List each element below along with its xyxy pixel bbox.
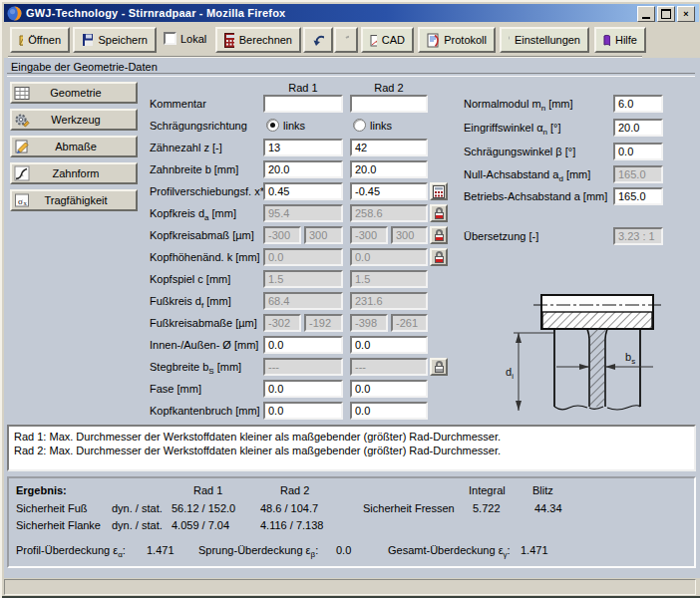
kopfkreisabmass-rad2-min-input [350, 226, 388, 244]
cad-button[interactable]: CAD [361, 27, 414, 53]
book-icon [603, 34, 610, 47]
minimize-button[interactable] [637, 6, 655, 22]
sidebar-item-zahnform[interactable]: Zahnform [10, 162, 138, 184]
kopfkantenbruch-label: Kopfkantenbruch [mm] [150, 405, 260, 417]
null-achsabstand-input [613, 165, 663, 183]
uebersetzung-input [613, 227, 663, 245]
profilverschiebung-rad2-input[interactable] [350, 182, 428, 200]
kopfspiel-rad2-input [350, 270, 428, 288]
kopfhoehenaenderung-lock-button[interactable] [430, 248, 448, 266]
di-dimension-label: di [506, 366, 514, 381]
drawing-board-icon [370, 33, 377, 47]
profilverschiebung-rad1-input[interactable] [263, 182, 343, 200]
results-title: Ergebnis: [16, 484, 67, 496]
profilverschiebung-label: Profilverschiebungsf. x* [-] [150, 185, 277, 197]
sidebar-item-abmasse[interactable]: Abmaße [10, 136, 138, 157]
maximize-button[interactable] [657, 6, 675, 22]
safety-root-label: Sicherheit Fuß [16, 502, 88, 514]
gear-cross-section-diagram: di bs [500, 283, 665, 423]
kopfkreisabmass-lock-button[interactable] [430, 226, 448, 244]
local-checkbox[interactable] [164, 32, 176, 45]
warning-message-box: Rad 1: Max. Durchmesser der Werkstoffdat… [7, 425, 696, 471]
sidebar-item-tragfaehigkeit[interactable]: σ x Tragfähigkeit [10, 189, 138, 211]
safety-flank-rad2-value: 4.116 / 7.138 [260, 519, 323, 531]
safety-flank-rad1-value: 4.059 / 7.04 [172, 519, 229, 531]
stegbreite-rad2-input [350, 358, 428, 376]
calculator-icon [224, 33, 234, 48]
redo-arrow-icon [343, 34, 349, 47]
total-overlap-label: Gesamt-Überdeckung εγ: [388, 544, 511, 559]
tooth-profile-icon [13, 165, 30, 181]
null-achsabstand-label: Null-Achsabstand ad [mm] [464, 168, 590, 183]
zaehnezahl-rad1-input[interactable] [263, 139, 343, 156]
kommentar-rad2-input[interactable] [350, 95, 428, 113]
locked-padlock-icon [433, 251, 446, 264]
locked-padlock-icon [433, 229, 446, 242]
kopfkreisabmass-rad1-min-input [263, 226, 301, 244]
kopfkreis-rad1-input [263, 204, 343, 222]
kopfkantenbruch-rad2-input[interactable] [350, 402, 428, 420]
window-title: GWJ-Technology - Stirnradpaar - Mozilla … [26, 7, 285, 19]
open-button[interactable]: Öffnen [10, 27, 70, 53]
zahnbreite-rad1-input[interactable] [263, 160, 343, 178]
fusskreisabmasse-rad1-max-input [304, 314, 343, 332]
kopfkreis-lock-button[interactable] [430, 204, 448, 222]
betriebs-achsabstand-label: Betriebs-Achsabstand a [mm] [464, 190, 607, 202]
safety-root-rad1-value: 56.12 / 152.0 [172, 502, 235, 514]
sidebar-item-geometrie[interactable]: Geometrie [10, 82, 138, 104]
tools-icon [509, 33, 510, 48]
results-col-blitz: Blitz [532, 484, 553, 496]
fusskreisabmasse-rad2-min-input [350, 314, 388, 332]
kommentar-rad1-input[interactable] [263, 95, 343, 113]
kopfspiel-rad1-input [263, 270, 343, 288]
undo-button[interactable] [303, 27, 333, 53]
stegbreite-lock-button[interactable] [430, 358, 448, 376]
schraegungswinkel-input[interactable] [613, 143, 663, 160]
header-divider [7, 73, 695, 77]
kopfhoehenaenderung-rad1-input [263, 248, 343, 266]
kopfhoehenaenderung-rad2-input [350, 248, 428, 266]
fusskreisabmasse-label: Fußkreisabmaße [µm] [150, 317, 257, 329]
settings-button[interactable]: Einstellungen [500, 27, 589, 53]
kopfspiel-label: Kopfspiel c [mm] [150, 273, 230, 285]
help-button[interactable]: Hilfe [594, 27, 646, 53]
profilverschiebung-calc-button[interactable] [430, 182, 448, 200]
jump-overlap-label: Sprung-Überdeckung εβ: [198, 544, 318, 559]
calculate-button[interactable]: Berechnen [215, 27, 301, 53]
schraegungsrichtung-rad1-option[interactable]: links [266, 119, 305, 132]
fusskreisabmasse-rad2-max-input [391, 314, 428, 332]
save-button[interactable]: Speichern [73, 27, 157, 53]
fase-label: Fase [mm] [150, 383, 201, 395]
main-content: Eingabe der Geometrie-Daten Geometrie We… [4, 58, 700, 578]
locked-padlock-icon [433, 207, 446, 220]
uebersetzung-label: Übersetzung [-] [464, 230, 538, 242]
page-title: Eingabe der Geometrie-Daten [11, 61, 158, 73]
safety-scuffing-blitz-value: 44.34 [534, 502, 562, 514]
schraegungsrichtung-rad2-option[interactable]: links [353, 119, 392, 132]
safety-scuffing-integral-value: 5.722 [473, 502, 501, 514]
svg-text:σ: σ [18, 196, 23, 206]
normalmodul-input[interactable] [613, 95, 663, 113]
innen-aussen-rad2-input[interactable] [350, 336, 428, 354]
eingriffswinkel-input[interactable] [613, 119, 663, 137]
sidebar-item-werkzeug[interactable]: Werkzeug [10, 109, 138, 131]
safety-flank-mode: dyn. / stat. [112, 519, 163, 531]
calculator-icon [433, 185, 445, 198]
safety-root-rad2-value: 48.6 / 104.7 [260, 502, 318, 514]
redo-button[interactable] [334, 27, 358, 53]
innen-aussen-rad1-input[interactable] [263, 336, 343, 354]
title-bar: GWJ-Technology - Stirnradpaar - Mozilla … [4, 4, 699, 22]
kopfkantenbruch-rad1-input[interactable] [263, 402, 343, 420]
protocol-button[interactable]: Protokoll [418, 27, 496, 53]
fusskreis-label: Fußkreis df [mm] [150, 295, 231, 310]
safety-scuffing-label: Sicherheit Fressen [363, 502, 455, 514]
fase-rad2-input[interactable] [350, 380, 428, 398]
close-button[interactable]: × [677, 6, 695, 22]
betriebs-achsabstand-input[interactable] [613, 187, 663, 205]
zaehnezahl-rad2-input[interactable] [350, 139, 428, 156]
zahnbreite-rad2-input[interactable] [350, 160, 428, 178]
local-checkbox-label: Lokal [180, 33, 206, 45]
fusskreis-rad2-input [350, 292, 428, 310]
eingriffswinkel-label: Eingriffswinkel αn [°] [464, 122, 561, 137]
fase-rad1-input[interactable] [263, 380, 343, 398]
